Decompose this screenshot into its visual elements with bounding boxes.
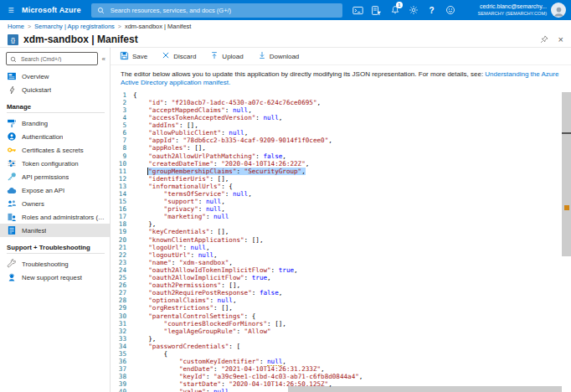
vertical-scrollbar-thumb[interactable] [562,92,571,256]
cloud-shell-icon[interactable] [349,0,368,20]
editor-line[interactable]: 13 "informationalUrls": { [111,183,571,190]
sidebar-item-new-support-request[interactable]: New support request [0,271,110,284]
download-button[interactable]: Download [258,51,300,61]
topbar-icon-group: 1? [349,0,460,20]
sidebar-item-branding[interactable]: Branding [0,116,110,130]
editor-line[interactable]: 38 "keyId": "a39c9ee1-c1bd-4c03-ab71-c6f… [111,373,571,380]
editor-line[interactable]: 11 "groupMembershipClaims": "SecurityGro… [111,168,571,175]
selected-text: "groupMembershipClaims": "SecurityGroup"… [148,168,305,175]
editor-line[interactable]: 2 "id": "f210acb7-1adc-4530-a07c-624c76c… [111,99,571,106]
settings-gear-icon[interactable] [404,0,423,20]
line-code: "orgRestrictions": [], [133,304,233,312]
sidebar-item-roles-administrators[interactable]: Roles and administrators (Previ... [0,210,110,224]
line-number: 31 [111,320,133,328]
editor-vertical-scrollbar[interactable] [562,91,571,392]
editor-line[interactable]: 6 "allowPublicClient": null, [111,129,571,137]
hamburger-menu-icon[interactable]: ≡ [0,0,22,20]
line-number: 29 [111,304,133,312]
account-info[interactable]: cedric.blanc@semarchy... SEMARCHY (SEMAR… [478,3,547,16]
editor-line[interactable]: 14 "termsOfService": null, [111,190,571,198]
directory-subscription-icon[interactable] [368,0,386,20]
editor-line[interactable]: 4 "accessTokenAcceptedVersion": null, [111,114,571,121]
editor-line[interactable]: 17 "marketing": null [111,213,571,220]
line-code: "accessTokenAcceptedVersion": null, [133,114,282,121]
editor-line[interactable]: 23 "name": "xdm-sandbox", [111,259,571,266]
editor-line[interactable]: 33 }, [111,335,571,343]
editor-line[interactable]: 22 "logoutUrl": null, [111,251,571,259]
sidebar-item-overview[interactable]: Overview [0,70,110,83]
close-icon[interactable]: × [558,35,563,44]
editor-line[interactable]: 34 "passwordCredentials": [ [111,343,571,350]
sidebar-item-expose-an-api[interactable]: Expose an API [0,183,110,197]
editor-line[interactable]: 5 "addIns": [], [111,121,571,129]
editor-line[interactable]: 7 "appId": "78db6cc2-b335-4caf-9209-9014… [111,137,571,144]
line-number: 36 [111,358,133,365]
editor-line[interactable]: 10 "createdDateTime": "2020-04-10T14:26:… [111,160,571,168]
global-search[interactable] [91,3,342,18]
azure-brand[interactable]: Microsoft Azure [22,6,81,14]
line-code: "support": null, [133,198,225,205]
breadcrumb-home[interactable]: Home [8,23,24,30]
editor-line[interactable]: 27 "oauth2RequirePostResponse": false, [111,289,571,297]
sidebar-item-api-permissions[interactable]: API permissions [0,170,110,183]
json-editor[interactable]: 1{2 "id": "f210acb7-1adc-4530-a07c-624c7… [111,91,571,392]
horizontal-scrollbar-thumb[interactable] [288,386,562,392]
editor-line[interactable]: 36 "customKeyIdentifier": null, [111,358,571,365]
sidebar-item-manifest[interactable]: Manifest [0,224,110,237]
line-code: "oauth2RequirePostResponse": false, [133,289,282,297]
editor-line[interactable]: 37 "endDate": "2021-04-10T14:26:31.233Z"… [111,365,571,373]
sidebar-item-token-configuration[interactable]: Token configuration [0,157,110,170]
sidebar-search-input[interactable] [19,55,94,63]
sidebar-item-authentication[interactable]: Authentication [0,130,110,143]
editor-line[interactable]: 35 { [111,350,571,358]
editor-line[interactable]: 12 "identifierUris": [], [111,175,571,183]
editor-line[interactable]: 29 "orgRestrictions": [], [111,304,571,312]
editor-line[interactable]: 24 "oauth2AllowIdTokenImplicitFlow": tru… [111,266,571,274]
token-configuration-icon [7,158,17,168]
pin-icon[interactable] [540,32,548,47]
editor-info-text: The editor below allows you to update th… [111,65,571,91]
line-number: 3 [111,106,133,114]
save-button[interactable]: Save [120,51,147,62]
sidebar-collapse-icon[interactable]: « [100,55,107,63]
line-code: "privacy": null, [133,205,225,213]
editor-line[interactable]: 8 "appRoles": [], [111,144,571,152]
editor-line[interactable]: 19 "keyCredentials": [], [111,228,571,235]
editor-line[interactable]: 9 "oauth2AllowUrlPathMatching": false, [111,152,571,160]
editor-line[interactable]: 3 "acceptMappedClaims": null, [111,106,571,114]
breadcrumb-app-registrations[interactable]: Semarchy | App registrations [34,23,115,30]
help-icon[interactable]: ? [423,0,441,20]
feedback-icon[interactable] [441,0,460,20]
discard-button[interactable]: Discard [162,51,196,61]
sidebar-item-certificates-secrets[interactable]: Certificates & secrets [0,143,110,157]
editor-line[interactable]: 28 "optionalClaims": null, [111,297,571,304]
editor-line[interactable]: 21 "logoUrl": null, [111,244,571,251]
editor-line[interactable]: 18 }, [111,220,571,228]
line-number: 25 [111,274,133,281]
editor-line[interactable]: 30 "parentalControlSettings": { [111,312,571,320]
sidebar-item-quickstart[interactable]: Quickstart [0,83,110,96]
sidebar-item-troubleshooting[interactable]: Troubleshooting [0,257,110,271]
owners-icon [7,199,17,209]
editor-line[interactable]: 31 "countriesBlockedForMinors": [], [111,320,571,328]
upload-button[interactable]: Upload [210,51,243,61]
editor-line[interactable]: 32 "legalAgeGroupRule": "Allow" [111,328,571,335]
notifications-bell-icon[interactable]: 1 [386,0,404,20]
avatar[interactable] [551,3,566,18]
editor-horizontal-scrollbar[interactable] [111,386,562,392]
line-code: "allowPublicClient": null, [133,129,248,137]
new-support-request-icon [7,272,17,282]
sidebar-item-owners[interactable]: Owners [0,197,110,210]
notification-badge: 1 [396,2,403,8]
editor-line[interactable]: 20 "knownClientApplications": [], [111,236,571,244]
editor-line[interactable]: 25 "oauth2AllowImplicitFlow": true, [111,274,571,281]
line-number: 9 [111,152,133,160]
global-search-input[interactable] [109,6,337,15]
editor-line[interactable]: 1{ [111,91,571,99]
editor-line[interactable]: 15 "support": null, [111,198,571,205]
editor-line[interactable]: 26 "oauth2Permissions": [], [111,281,571,289]
line-code: "groupMembershipClaims": "SecurityGroup"… [133,168,306,175]
editor-line[interactable]: 16 "privacy": null, [111,205,571,213]
manifest-icon [7,225,17,235]
sidebar-search[interactable] [6,52,98,65]
